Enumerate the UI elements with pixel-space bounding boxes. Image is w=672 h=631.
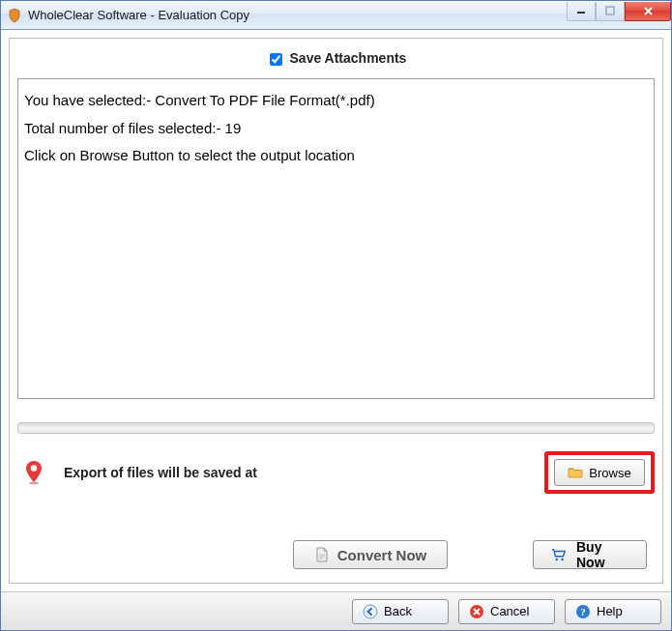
action-row: Convert Now Buy Now: [17, 540, 655, 569]
help-button-label: Help: [597, 604, 623, 618]
help-button[interactable]: ? Help: [565, 599, 661, 624]
message-line: Total number of files selected:- 19: [24, 115, 648, 143]
buy-now-button[interactable]: Buy Now: [533, 540, 647, 569]
back-button-label: Back: [384, 604, 412, 618]
cancel-icon: [469, 604, 484, 619]
cancel-button[interactable]: Cancel: [458, 599, 555, 624]
titlebar: WholeClear Software - Evaluation Copy: [1, 1, 671, 30]
cart-icon: [551, 547, 567, 562]
folder-icon: [568, 465, 583, 480]
cancel-button-label: Cancel: [490, 604, 529, 618]
document-icon: [314, 547, 330, 562]
message-box: You have selected:- Convert To PDF File …: [17, 78, 655, 399]
svg-point-2: [31, 465, 37, 471]
svg-rect-0: [577, 12, 585, 14]
close-button[interactable]: [625, 2, 671, 21]
browse-button[interactable]: Browse: [554, 459, 645, 486]
browse-button-label: Browse: [589, 466, 630, 480]
back-arrow-icon: [363, 604, 378, 619]
export-row: Export of files will be saved at Browse: [17, 447, 655, 498]
app-window: WholeClear Software - Evaluation Copy Sa…: [0, 0, 672, 631]
browse-highlight: Browse: [544, 451, 655, 494]
progress-bar: [17, 422, 655, 434]
convert-now-label: Convert Now: [337, 547, 427, 563]
save-attachments-row: Save Attachments: [17, 46, 655, 78]
location-pin-icon: [21, 460, 46, 485]
svg-point-3: [29, 482, 39, 485]
convert-now-button[interactable]: Convert Now: [293, 540, 448, 569]
svg-text:?: ?: [580, 606, 586, 617]
svg-point-4: [556, 559, 558, 560]
save-attachments-label: Save Attachments: [290, 50, 407, 66]
message-line: You have selected:- Convert To PDF File …: [24, 87, 648, 115]
help-icon: ?: [575, 604, 591, 619]
export-label: Export of files will be saved at: [64, 465, 544, 480]
window-title: WholeClear Software - Evaluation Copy: [28, 8, 567, 22]
save-attachments-checkbox[interactable]: [270, 53, 282, 66]
buy-now-label: Buy Now: [576, 539, 628, 570]
window-controls: [567, 2, 671, 21]
svg-rect-1: [606, 7, 614, 14]
maximize-button[interactable]: [596, 2, 625, 21]
svg-point-5: [561, 559, 563, 560]
back-button[interactable]: Back: [352, 599, 449, 624]
svg-point-6: [364, 605, 377, 618]
footer-bar: Back Cancel ? Help: [1, 591, 671, 630]
content-frame: Save Attachments You have selected:- Con…: [9, 38, 663, 584]
message-line: Click on Browse Button to select the out…: [24, 142, 648, 170]
minimize-button[interactable]: [567, 2, 596, 21]
app-icon: [7, 8, 22, 23]
